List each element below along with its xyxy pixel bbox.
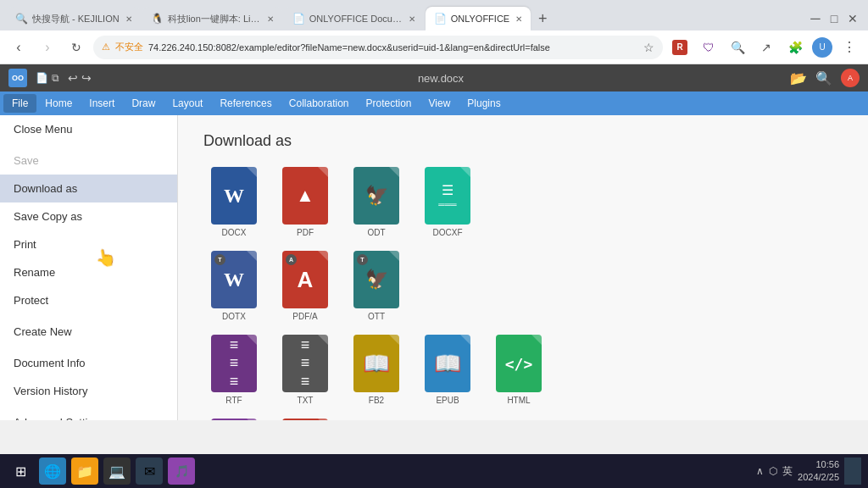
menu-insert[interactable]: Insert (81, 94, 123, 113)
taskbar-mail[interactable]: ✉ (136, 458, 163, 485)
undo-button[interactable]: ↩ (68, 71, 78, 85)
search-icon[interactable]: 🔍 (726, 36, 749, 59)
taskbar-terminal[interactable]: 💻 (103, 458, 131, 485)
security-indicator: ⚠ (102, 42, 110, 53)
main-content: Download as W DOCX ▲ (178, 115, 868, 420)
sidebar-item-protect[interactable]: Protect (0, 286, 177, 314)
taskbar-lang[interactable]: 英 (782, 464, 793, 479)
download-as-title: Download as (203, 132, 843, 150)
format-pdfa[interactable]: A A PDF/A (275, 251, 336, 321)
sidebar-item-print[interactable]: Print (0, 230, 177, 258)
format-epub[interactable]: 📖 EPUB (417, 335, 478, 405)
minimize-button[interactable]: ─ (807, 10, 824, 27)
tab-4-label: ONLYOFFICE (451, 14, 509, 24)
tab-1-close[interactable]: ✕ (125, 14, 132, 24)
back-button[interactable]: ‹ (7, 36, 31, 59)
reload-button[interactable]: ↻ (64, 36, 88, 59)
tab-1-label: 快搜导航 - KEJILION (32, 13, 120, 25)
start-button[interactable]: ⊞ (7, 458, 34, 485)
extensions-icon[interactable]: R (668, 36, 692, 59)
format-png[interactable]: 🏔 PNG (275, 419, 336, 420)
sidebar-item-download-as[interactable]: Download as (0, 175, 177, 202)
menu-home[interactable]: Home (36, 94, 81, 113)
taskbar: ⊞ 🌐 📁 💻 ✉ 🎵 ∧ ⬡ 英 10:56 2024/2/25 (0, 454, 868, 488)
sidebar-item-rename[interactable]: Rename (0, 258, 177, 286)
taskbar-clock: 10:56 2024/2/25 (798, 458, 839, 485)
header-copy-icon[interactable]: ⧉ (52, 72, 59, 84)
sidebar-item-version-history[interactable]: Version History (0, 377, 177, 405)
redo-button[interactable]: ↪ (81, 71, 92, 85)
format-html[interactable]: </> HTML (488, 335, 549, 405)
tab-3[interactable]: 📄 ONLYOFFICE Document Edi... ✕ (284, 7, 424, 30)
address-bar[interactable]: ⚠ 不安全 74.226.240.150:8082/example/editor… (93, 36, 663, 59)
format-dotx[interactable]: T W DOTX (203, 251, 264, 321)
taskbar-battery-icon: ⬡ (769, 465, 777, 477)
sidebar-item-advanced-settings[interactable]: Advanced Settings (0, 408, 177, 420)
tab-2[interactable]: 🐧 科技lion一键脚本: Linux服务器... ✕ (142, 7, 282, 30)
tab-3-label: ONLYOFFICE Document Edi... (309, 14, 403, 24)
app-filename: new.docx (100, 72, 782, 85)
user-avatar[interactable]: U (812, 37, 832, 58)
menu-collaboration[interactable]: Collaboration (281, 94, 358, 113)
security-label: 不安全 (115, 41, 143, 53)
close-browser-button[interactable]: ✕ (844, 10, 861, 27)
taskbar-show-desktop[interactable] (844, 458, 861, 485)
format-txt[interactable]: ≡≡≡ TXT (275, 335, 336, 405)
menu-draw[interactable]: Draw (123, 94, 164, 113)
maximize-button[interactable]: □ (826, 10, 843, 27)
format-pdf[interactable]: ▲ PDF (275, 167, 336, 237)
sidebar-item-document-info[interactable]: Document Info (0, 349, 177, 377)
menu-layout[interactable]: Layout (164, 94, 211, 113)
forward-button[interactable]: › (36, 36, 59, 59)
format-ott[interactable]: T 🦅 OTT (346, 251, 407, 321)
taskbar-system-icons: ∧ ⬡ 英 (756, 464, 793, 479)
menu-protection[interactable]: Protection (358, 94, 420, 113)
format-fb2[interactable]: 📖 FB2 (346, 335, 407, 405)
tab-4[interactable]: 📄 ONLYOFFICE ✕ (426, 7, 531, 30)
menu-references[interactable]: References (211, 94, 280, 113)
tab-2-close[interactable]: ✕ (267, 14, 274, 24)
sidebar-item-save[interactable]: Save (0, 147, 177, 175)
app-open-icon[interactable]: 📂 (790, 70, 807, 86)
menu-plugins[interactable]: Plugins (459, 94, 509, 113)
format-jpg[interactable]: 🏔 JPG (203, 419, 264, 420)
menu-view[interactable]: View (420, 94, 459, 113)
tab-4-close[interactable]: ✕ (515, 14, 522, 24)
format-odt[interactable]: 🦅 ODT (346, 167, 407, 237)
tab-1[interactable]: 🔍 快搜导航 - KEJILION ✕ (7, 7, 141, 30)
app-user-avatar[interactable]: A (841, 69, 860, 87)
format-docx[interactable]: W DOCX (203, 167, 264, 237)
taskbar-chrome[interactable]: 🌐 (39, 458, 66, 485)
app-logo-box: OO (8, 69, 27, 87)
format-rtf[interactable]: ≡≡≡ RTF (203, 335, 264, 405)
menu-button[interactable]: ⋮ (837, 36, 861, 59)
tab-3-close[interactable]: ✕ (409, 14, 415, 24)
header-doc-icon: 📄 (36, 72, 48, 84)
taskbar-files[interactable]: 📁 (71, 458, 98, 485)
taskbar-chevron-icon[interactable]: ∧ (756, 465, 764, 477)
format-docxf[interactable]: ☰ ═══ DOCXF (417, 167, 478, 237)
new-tab-button[interactable]: + (532, 8, 553, 29)
extensions-button[interactable]: 🧩 (783, 36, 807, 59)
address-text: 74.226.240.150:8082/example/editor?fileN… (148, 42, 638, 53)
sidebar-item-create-new[interactable]: Create New (0, 318, 177, 346)
tab-2-label: 科技lion一键脚本: Linux服务器... (168, 13, 261, 25)
sidebar: Close Menu Save Download as Save Copy as… (0, 115, 178, 420)
sidebar-item-close-menu[interactable]: Close Menu (0, 115, 177, 143)
shield-icon[interactable]: 🛡 (697, 36, 721, 59)
bookmark-icon[interactable]: ☆ (643, 41, 654, 54)
menu-file[interactable]: File (3, 94, 36, 113)
app-search-icon[interactable]: 🔍 (815, 70, 832, 86)
app-logo: OO (8, 69, 27, 87)
profile-icon[interactable]: ↗ (754, 36, 778, 59)
taskbar-music[interactable]: 🎵 (168, 458, 195, 485)
menu-bar: File Home Insert Draw Layout References … (0, 92, 868, 115)
sidebar-item-save-copy-as[interactable]: Save Copy as (0, 202, 177, 230)
